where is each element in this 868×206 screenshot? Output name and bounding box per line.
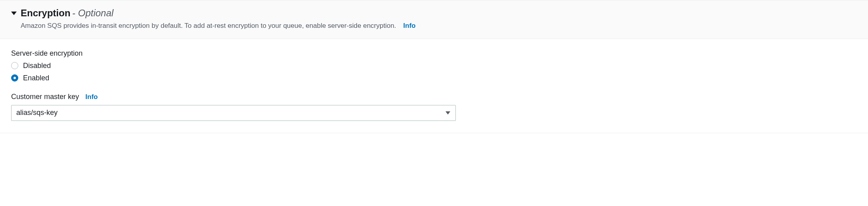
sse-radio-enabled[interactable]: Enabled [11,74,857,82]
panel-optional-suffix: - Optional [72,8,114,18]
cmk-field-group: Customer master key Info alias/sqs-key [11,93,857,121]
collapse-caret-icon[interactable] [11,12,17,15]
panel-body: Server-side encryption Disabled Enabled … [0,39,868,133]
header-title-row: Encryption - Optional [11,8,857,19]
panel-title: Encryption [21,8,70,18]
panel-description: Amazon SQS provides in-transit encryptio… [21,21,396,31]
sse-radio-disabled[interactable]: Disabled [11,62,857,70]
cmk-select[interactable]: alias/sqs-key [11,105,456,121]
cmk-select-value: alias/sqs-key [11,105,456,121]
encryption-panel: Encryption - Optional Amazon SQS provide… [0,0,868,133]
sse-field-group: Server-side encryption Disabled Enabled [11,49,857,82]
cmk-label: Customer master key [11,93,79,101]
header-desc-row: Amazon SQS provides in-transit encryptio… [21,21,857,31]
radio-label-disabled: Disabled [23,62,51,70]
panel-header: Encryption - Optional Amazon SQS provide… [0,0,868,39]
cmk-label-row: Customer master key Info [11,93,857,101]
radio-label-enabled: Enabled [23,74,49,82]
sse-label: Server-side encryption [11,49,857,58]
radio-icon-selected [11,74,18,82]
encryption-info-link[interactable]: Info [403,22,416,30]
radio-icon [11,62,18,69]
cmk-info-link[interactable]: Info [85,93,98,101]
